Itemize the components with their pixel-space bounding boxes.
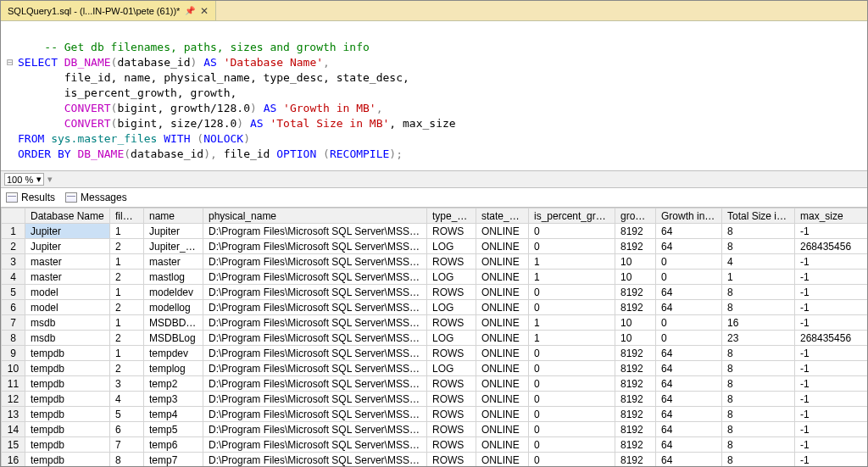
cell[interactable]: 10: [615, 254, 656, 270]
cell[interactable]: ONLINE: [476, 361, 529, 376]
table-row[interactable]: 6model2modellogD:\Program Files\Microsof…: [2, 300, 868, 315]
cell[interactable]: D:\Program Files\Microsoft SQL Server\MS…: [203, 254, 427, 270]
table-row[interactable]: 5model1modeldevD:\Program Files\Microsof…: [2, 285, 868, 300]
cell[interactable]: 1: [529, 315, 615, 331]
cell[interactable]: 2: [110, 270, 144, 285]
cell[interactable]: 0: [529, 224, 615, 239]
column-header[interactable]: Database Name: [25, 208, 110, 224]
table-row[interactable]: 4master2mastlogD:\Program Files\Microsof…: [2, 270, 868, 285]
cell[interactable]: tempdb: [25, 376, 110, 392]
cell[interactable]: 8192: [615, 376, 656, 392]
column-header[interactable]: is_percent_growth: [529, 208, 615, 224]
cell[interactable]: 1: [110, 346, 144, 361]
cell[interactable]: D:\Program Files\Microsoft SQL Server\MS…: [203, 453, 427, 468]
cell[interactable]: temp4: [144, 407, 203, 422]
cell[interactable]: 0: [529, 239, 615, 254]
table-row[interactable]: 12tempdb4temp3D:\Program Files\Microsoft…: [2, 392, 868, 407]
cell[interactable]: 2: [110, 361, 144, 376]
table-row[interactable]: 7msdb1MSDBDataD:\Program Files\Microsoft…: [2, 315, 868, 331]
cell[interactable]: tempdb: [25, 407, 110, 422]
row-number[interactable]: 11: [2, 376, 25, 392]
cell[interactable]: 0: [529, 437, 615, 453]
table-row[interactable]: 1Jupiter1JupiterD:\Program Files\Microso…: [2, 224, 868, 239]
cell[interactable]: ONLINE: [476, 254, 529, 270]
cell[interactable]: 8: [722, 300, 795, 315]
cell[interactable]: Jupiter: [25, 239, 110, 254]
cell[interactable]: 23: [722, 331, 795, 346]
cell[interactable]: 1: [110, 254, 144, 270]
cell[interactable]: D:\Program Files\Microsoft SQL Server\MS…: [203, 361, 427, 376]
row-number[interactable]: 8: [2, 331, 25, 346]
cell[interactable]: 8192: [615, 224, 656, 239]
cell[interactable]: 8: [722, 361, 795, 376]
cell[interactable]: D:\Program Files\Microsoft SQL Server\MS…: [203, 239, 427, 254]
cell[interactable]: ONLINE: [476, 376, 529, 392]
cell[interactable]: -1: [795, 422, 868, 437]
cell[interactable]: -1: [795, 285, 868, 300]
cell[interactable]: tempdb: [25, 437, 110, 453]
cell[interactable]: 1: [529, 254, 615, 270]
table-row[interactable]: 11tempdb3temp2D:\Program Files\Microsoft…: [2, 376, 868, 392]
table-row[interactable]: 3master1masterD:\Program Files\Microsoft…: [2, 254, 868, 270]
cell[interactable]: ROWS: [427, 392, 476, 407]
cell[interactable]: -1: [795, 453, 868, 468]
cell[interactable]: -1: [795, 315, 868, 331]
cell[interactable]: temp7: [144, 453, 203, 468]
cell[interactable]: 2: [110, 331, 144, 346]
cell[interactable]: ONLINE: [476, 437, 529, 453]
column-header[interactable]: file_id: [110, 208, 144, 224]
cell[interactable]: 8192: [615, 300, 656, 315]
column-header[interactable]: name: [144, 208, 203, 224]
column-header[interactable]: max_size: [795, 208, 868, 224]
cell[interactable]: ONLINE: [476, 224, 529, 239]
cell[interactable]: D:\Program Files\Microsoft SQL Server\MS…: [203, 376, 427, 392]
cell[interactable]: 6: [110, 422, 144, 437]
cell[interactable]: 5: [110, 407, 144, 422]
cell[interactable]: 0: [656, 254, 722, 270]
cell[interactable]: 8: [722, 437, 795, 453]
cell[interactable]: 8192: [615, 285, 656, 300]
table-row[interactable]: 13tempdb5temp4D:\Program Files\Microsoft…: [2, 407, 868, 422]
cell[interactable]: ROWS: [427, 422, 476, 437]
cell[interactable]: tempdb: [25, 453, 110, 468]
cell[interactable]: ONLINE: [476, 285, 529, 300]
cell[interactable]: 8: [722, 392, 795, 407]
cell[interactable]: 8: [722, 407, 795, 422]
cell[interactable]: 8: [722, 224, 795, 239]
close-icon[interactable]: ✕: [200, 5, 209, 17]
cell[interactable]: -1: [795, 224, 868, 239]
cell[interactable]: ROWS: [427, 376, 476, 392]
cell[interactable]: 64: [656, 392, 722, 407]
cell[interactable]: 16: [722, 315, 795, 331]
row-number[interactable]: 9: [2, 346, 25, 361]
row-number[interactable]: 13: [2, 407, 25, 422]
cell[interactable]: D:\Program Files\Microsoft SQL Server\MS…: [203, 224, 427, 239]
row-number[interactable]: 16: [2, 453, 25, 468]
cell[interactable]: LOG: [427, 361, 476, 376]
cell[interactable]: 0: [656, 315, 722, 331]
cell[interactable]: modellog: [144, 300, 203, 315]
cell[interactable]: tempdev: [144, 346, 203, 361]
cell[interactable]: ROWS: [427, 437, 476, 453]
cell[interactable]: temp3: [144, 392, 203, 407]
cell[interactable]: -1: [795, 300, 868, 315]
cell[interactable]: 64: [656, 437, 722, 453]
row-number[interactable]: 12: [2, 392, 25, 407]
cell[interactable]: temp6: [144, 437, 203, 453]
cell[interactable]: D:\Program Files\Microsoft SQL Server\MS…: [203, 407, 427, 422]
cell[interactable]: 1: [529, 331, 615, 346]
cell[interactable]: 8: [722, 453, 795, 468]
cell[interactable]: 8: [722, 376, 795, 392]
cell[interactable]: 10: [615, 270, 656, 285]
cell[interactable]: 1: [110, 224, 144, 239]
column-header[interactable]: Growth in MB: [656, 208, 722, 224]
cell[interactable]: 7: [110, 437, 144, 453]
row-number[interactable]: 7: [2, 315, 25, 331]
document-tab[interactable]: SQLQuery1.sql - (l...IN-PW-01\pete (61))…: [1, 1, 216, 20]
cell[interactable]: 8: [722, 346, 795, 361]
cell[interactable]: mastlog: [144, 270, 203, 285]
column-header[interactable]: Total Size in MB: [722, 208, 795, 224]
cell[interactable]: ONLINE: [476, 453, 529, 468]
cell[interactable]: msdb: [25, 331, 110, 346]
column-header[interactable]: growth: [615, 208, 656, 224]
